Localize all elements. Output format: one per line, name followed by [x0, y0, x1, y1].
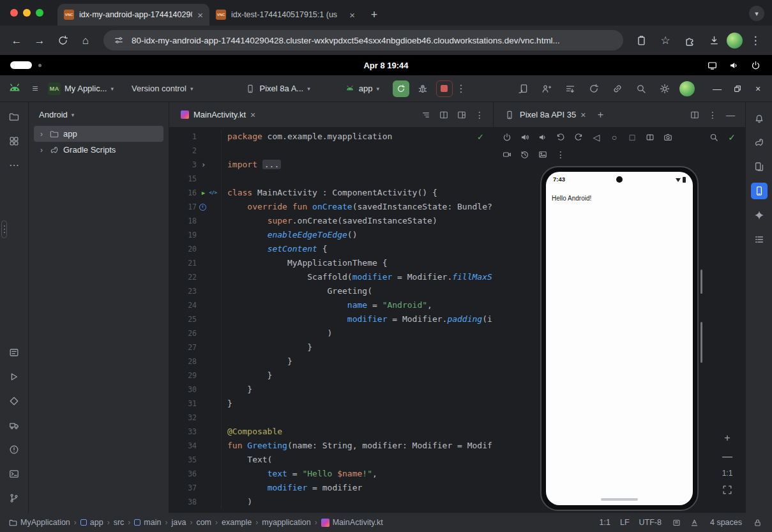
tree-item-app[interactable]: › app	[34, 126, 163, 142]
power-icon[interactable]	[499, 130, 515, 145]
highlight-icon[interactable]	[689, 517, 700, 528]
logcat-icon[interactable]	[6, 344, 22, 361]
vcs-widget[interactable]: Version control ▾	[127, 81, 198, 96]
code-line[interactable]: 28 }	[169, 354, 493, 369]
project-folder-icon[interactable]	[6, 109, 22, 125]
code-line[interactable]: 20 setContent {	[169, 242, 493, 256]
browser-menu-icon[interactable]: ⋮	[745, 30, 766, 50]
rerun-app-button[interactable]	[393, 80, 409, 97]
code-line[interactable]: 25 modifier = Modifier.padding(i	[169, 312, 493, 326]
zoom-in-icon[interactable]: +	[721, 432, 734, 445]
more-icon[interactable]: ⋮	[552, 147, 569, 162]
minimize-icon[interactable]: —	[709, 81, 725, 96]
add-device-tab-icon[interactable]: +	[592, 107, 609, 123]
indent-setting[interactable]: 4 spaces	[710, 518, 742, 527]
ide-profile-avatar[interactable]	[679, 81, 695, 96]
code-line[interactable]: 34fun Greeting(name: String, modifier: M…	[169, 439, 493, 453]
cursor-position[interactable]: 1:1	[600, 518, 610, 527]
version-control-icon[interactable]	[6, 490, 22, 506]
build-icon[interactable]	[6, 417, 22, 434]
code-line[interactable]: 30 }	[169, 383, 493, 397]
screen-record-icon[interactable]	[499, 147, 515, 162]
code-line[interactable]: 23 Greeting(	[169, 284, 493, 298]
power-icon[interactable]	[749, 59, 762, 72]
run-tool-icon[interactable]	[6, 369, 22, 385]
code-line[interactable]: 24 name = "Android",	[169, 298, 493, 312]
split-editor-icon[interactable]	[435, 107, 452, 123]
stop-button[interactable]	[436, 80, 453, 97]
code-line[interactable]: 15	[169, 172, 493, 186]
code-line[interactable]: 38 )	[169, 495, 493, 509]
code-line[interactable]: 2	[169, 144, 493, 158]
hide-icon[interactable]: —	[722, 107, 739, 123]
breadcrumb-item[interactable]: src	[114, 518, 125, 527]
project-widget[interactable]: MA My Applic... ▾	[43, 80, 118, 98]
reload-icon[interactable]	[52, 30, 73, 50]
extensions-icon[interactable]	[679, 30, 700, 50]
search-everywhere-icon[interactable]	[632, 80, 650, 98]
code-line[interactable]: 3›import ...	[169, 158, 493, 172]
rotate-right-icon[interactable]	[570, 130, 587, 145]
code-line[interactable]: 26 )	[169, 326, 493, 340]
project-view-selector[interactable]: Android ▾	[34, 107, 163, 122]
more-icon[interactable]: ⋮	[704, 107, 721, 123]
volume-up-icon[interactable]	[517, 130, 533, 145]
indent-guide-icon[interactable]	[671, 517, 683, 528]
code-with-me-icon[interactable]	[538, 80, 556, 98]
debug-icon[interactable]	[414, 80, 431, 97]
code-line[interactable]: 29 }	[169, 369, 493, 383]
structure-icon[interactable]	[751, 231, 768, 248]
fullscreen-window-button[interactable]	[36, 9, 43, 17]
code-line[interactable]: 27 }	[169, 340, 493, 354]
close-tab-icon[interactable]: ×	[250, 110, 255, 120]
code-line[interactable]: 16▶</>class MainActivity : ComponentActi…	[169, 186, 493, 200]
profile-avatar[interactable]	[727, 33, 743, 49]
volume-down-icon[interactable]	[534, 130, 551, 145]
file-structure-icon[interactable]	[418, 107, 434, 123]
forward-icon[interactable]: →	[29, 30, 50, 50]
close-tab-icon[interactable]: ×	[349, 10, 355, 20]
minimize-window-button[interactable]	[23, 9, 31, 17]
close-window-button[interactable]	[10, 9, 18, 17]
code-line[interactable]: 37 modifier = modifier	[169, 481, 493, 495]
more-tools-icon[interactable]: ⋯	[6, 157, 22, 174]
camera-icon[interactable]	[660, 130, 676, 145]
phone-frame[interactable]: 7:43 Hello Android!	[540, 166, 699, 511]
breadcrumb-item[interactable]: MainActivity.kt	[321, 518, 383, 527]
main-menu-icon[interactable]: ≡	[27, 80, 43, 97]
snapshots-icon[interactable]	[517, 147, 533, 162]
inspections-ok-icon[interactable]: ✓	[477, 133, 484, 141]
code-line[interactable]: 1package com.example.myapplication	[169, 130, 493, 144]
breadcrumb-item[interactable]: example	[222, 518, 252, 527]
settings-icon[interactable]	[656, 80, 674, 98]
code-line[interactable]: 18 super.onCreate(savedInstanceState)	[169, 214, 493, 228]
expand-chevron-icon[interactable]: ›	[38, 130, 45, 139]
code-line[interactable]: 33@Composable	[169, 425, 493, 439]
app-insights-icon[interactable]	[6, 393, 22, 409]
breadcrumb-item[interactable]: MyApplication	[9, 518, 70, 527]
panel-resize-handle[interactable]	[1, 220, 7, 238]
downloads-icon[interactable]	[704, 30, 724, 50]
browser-tab-inactive[interactable]: idx-test-1744140517915:1 (us ×	[209, 4, 361, 26]
rotate-left-icon[interactable]	[552, 130, 569, 145]
breadcrumb-item[interactable]: app	[80, 518, 103, 527]
expand-chevron-icon[interactable]: ›	[38, 146, 45, 155]
run-configuration-selector[interactable]: app ▾	[340, 81, 384, 96]
device-selector[interactable]: Pixel 8a A... ▾	[240, 80, 315, 97]
code-line[interactable]: 36 text = "Hello $name!",	[169, 467, 493, 481]
clipboard-icon[interactable]	[631, 30, 651, 50]
code-line[interactable]: 19 enableEdgeToEdge()	[169, 228, 493, 242]
cast-icon[interactable]	[706, 59, 718, 72]
close-tab-icon[interactable]: ×	[197, 10, 203, 20]
zoom-out-icon[interactable]: —	[721, 450, 734, 463]
resource-manager-icon[interactable]	[6, 133, 22, 149]
code-line[interactable]: 22 Scaffold(modifier = Modifier.fillMaxS	[169, 270, 493, 284]
lock-icon[interactable]	[752, 517, 763, 528]
tree-item-gradle-scripts[interactable]: › Gradle Scripts	[34, 142, 163, 158]
more-icon[interactable]: ⋮	[471, 107, 488, 123]
new-tab-button[interactable]: +	[365, 6, 383, 24]
running-devices-icon[interactable]	[751, 183, 768, 199]
code-line[interactable]: 35 Text(	[169, 453, 493, 467]
breadcrumb-item[interactable]: myapplication	[262, 518, 310, 527]
back-icon[interactable]: ←	[6, 30, 27, 50]
